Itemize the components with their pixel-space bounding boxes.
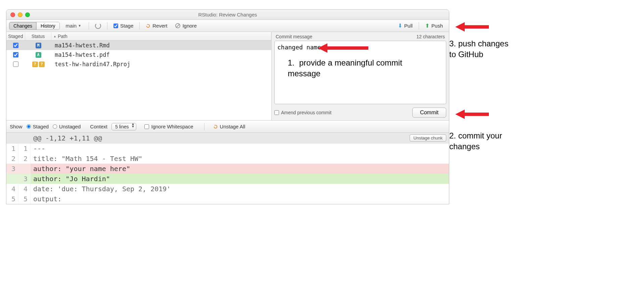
refresh-button[interactable] (92, 22, 104, 30)
diff-hunk-text: @@ -1,12 +1,11 @@ (31, 133, 410, 143)
file-path: ma154-hwtest.pdf (51, 51, 271, 58)
annotation-text-3: 3. push changes to GitHub (449, 38, 516, 60)
new-line-number: 2 (18, 154, 31, 164)
top-split: Staged Status ▲ Path Mma154-hwtest.RmdAm… (6, 32, 449, 121)
col-header-staged[interactable]: Staged (6, 32, 25, 40)
diff-line-text: title: "Math 154 - Test HW" (31, 154, 449, 164)
main-toolbar: Changes History main ▼ Stage Revert Igno… (6, 20, 449, 32)
file-row[interactable]: Mma154-hwtest.Rmd (6, 41, 271, 50)
diff-line-text: author: "your name here" (31, 164, 449, 174)
old-line-number: 3 (6, 164, 18, 174)
staged-checkbox[interactable] (13, 52, 18, 57)
ignore-whitespace-label: Ignore Whitespace (151, 124, 193, 129)
unstage-chunk-button[interactable]: Unstage chunk (410, 134, 446, 141)
radio-unstaged-input[interactable] (53, 124, 57, 129)
stage-checkbox-icon (113, 24, 118, 28)
sort-asc-icon: ▲ (53, 35, 56, 38)
file-row[interactable]: Ama154-hwtest.pdf (6, 50, 271, 59)
divider (204, 123, 204, 130)
amend-text: Amend previous commit (281, 110, 331, 115)
diff-line-text: output: (31, 194, 449, 204)
amend-checkbox-label[interactable]: Amend previous commit (274, 110, 331, 115)
pull-label: Pull (404, 23, 413, 29)
old-line-number: 2 (6, 154, 18, 164)
old-line-number: 5 (6, 194, 18, 204)
ignore-button[interactable]: Ignore (172, 22, 200, 30)
col-header-path-label: Path (58, 34, 67, 39)
staged-checkbox[interactable] (13, 62, 18, 67)
annotation-text-2: 2. commit your changes (449, 130, 516, 152)
unstage-all-icon (213, 124, 218, 129)
branch-selector[interactable]: main ▼ (63, 22, 84, 29)
commit-button[interactable]: Commit (412, 108, 446, 118)
view-toggle: Changes History (9, 22, 60, 30)
tab-changes[interactable]: Changes (9, 22, 36, 30)
radio-unstaged-label: Unstaged (59, 124, 81, 129)
new-line-number: 4 (18, 184, 31, 194)
revert-button[interactable]: Revert (142, 22, 171, 30)
commit-message-label: Commit message (276, 34, 312, 39)
new-line-number: 1 (18, 144, 31, 154)
ignore-whitespace-checkbox[interactable] (144, 124, 149, 129)
unstage-all-button[interactable]: Unstage All (210, 123, 249, 130)
col-header-path[interactable]: ▲ Path (51, 32, 271, 40)
radio-staged-label: Staged (33, 124, 49, 129)
annotation-arrow-1 (318, 42, 368, 54)
ignore-label: Ignore (182, 23, 197, 29)
diff-line[interactable]: 44date: 'due: Thursday, Sep 2, 2019' (6, 184, 449, 194)
commit-panel: Commit message 12 characters 1.provide a… (272, 32, 449, 120)
file-row[interactable]: ??test-hw-hardin47.Rproj (6, 59, 271, 69)
diff-line[interactable]: 11--- (6, 144, 449, 154)
file-columns-header: Staged Status ▲ Path (6, 32, 271, 41)
col-header-status[interactable]: Status (25, 32, 51, 40)
new-line-number (18, 164, 31, 174)
diff-line[interactable]: 3author: "your name here" (6, 164, 449, 174)
diff-view: @@ -1,12 +1,11 @@ Unstage chunk 11---22t… (6, 133, 449, 204)
window-titlebar: RStudio: Review Changes (6, 10, 449, 20)
stage-button[interactable]: Stage (110, 22, 137, 30)
radio-staged-input[interactable] (27, 124, 31, 129)
file-list: Mma154-hwtest.RmdAma154-hwtest.pdf??test… (6, 41, 271, 120)
new-line-number: 5 (18, 194, 31, 204)
push-label: Push (431, 23, 443, 29)
status-badge: M (36, 43, 41, 48)
commit-char-count: 12 characters (416, 34, 445, 39)
revert-icon (146, 24, 150, 28)
refresh-icon (95, 23, 101, 29)
diff-line[interactable]: 3author: "Jo Hardin" (6, 174, 449, 184)
ignore-icon (175, 23, 180, 28)
divider (419, 22, 419, 30)
old-line-number: 1 (6, 144, 18, 154)
tab-history[interactable]: History (36, 22, 59, 30)
radio-staged[interactable]: Staged (27, 124, 49, 129)
divider (139, 22, 140, 30)
amend-checkbox[interactable] (274, 110, 279, 115)
old-line-number (6, 174, 18, 184)
review-changes-window: RStudio: Review Changes Changes History … (6, 9, 449, 204)
file-path: ma154-hwtest.Rmd (51, 42, 271, 49)
diff-hunk-header: @@ -1,12 +1,11 @@ Unstage chunk (6, 133, 449, 144)
radio-unstaged[interactable]: Unstaged (53, 124, 81, 129)
staged-checkbox[interactable] (13, 43, 18, 48)
chevron-down-icon: ▼ (78, 24, 81, 28)
push-arrow-icon: ⬆ (425, 23, 429, 29)
diff-line[interactable]: 22title: "Math 154 - Test HW" (6, 154, 449, 164)
stage-label: Stage (120, 23, 133, 29)
pull-arrow-icon: ⬇ (398, 23, 402, 29)
status-badge: ? (32, 62, 38, 67)
diff-line[interactable]: 55output: (6, 194, 449, 204)
file-panel: Staged Status ▲ Path Mma154-hwtest.RmdAm… (6, 32, 272, 120)
annotation-arrow-3 (455, 21, 489, 33)
diff-line-text: date: 'due: Thursday, Sep 2, 2019' (31, 184, 449, 194)
revert-label: Revert (152, 23, 167, 29)
context-lines-select[interactable]: 5 lines (111, 123, 136, 130)
unstage-all-label: Unstage All (220, 124, 245, 129)
pull-button[interactable]: ⬇ Pull (395, 22, 416, 30)
status-badge: ? (39, 62, 45, 67)
ignore-whitespace[interactable]: Ignore Whitespace (144, 124, 193, 129)
push-button[interactable]: ⬆ Push (422, 22, 446, 30)
file-path: test-hw-hardin47.Rproj (51, 61, 271, 68)
annotation-text-1: 1.provide a meaningful commit message (288, 57, 409, 79)
divider (89, 22, 89, 30)
branch-name: main (66, 23, 77, 29)
